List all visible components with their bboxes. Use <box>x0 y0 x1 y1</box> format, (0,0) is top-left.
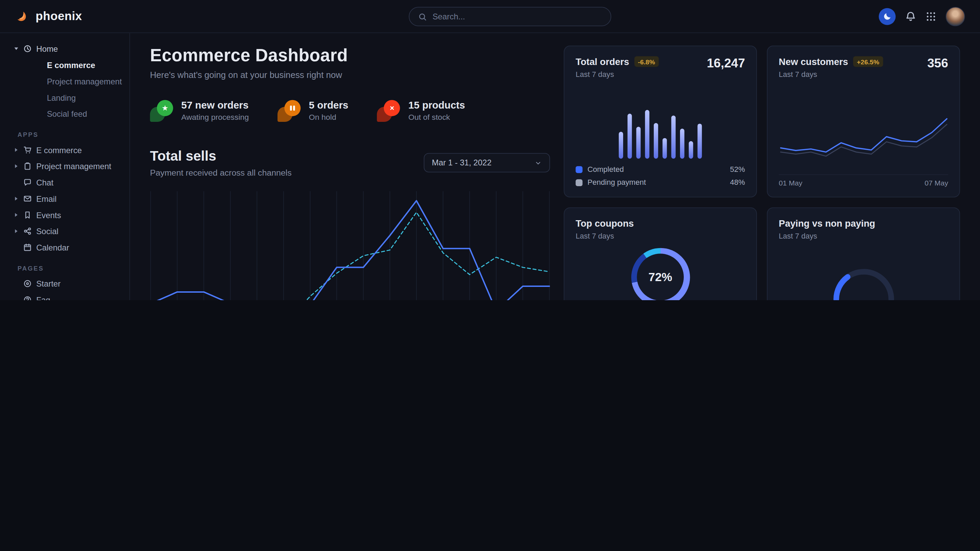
stat-new-orders: ★ 57 new orders Awating processing <box>150 100 249 122</box>
date-range-select[interactable]: Mar 1 - 31, 2022 <box>423 153 550 173</box>
total-sells-subtitle: Payment received across all channels <box>150 168 292 178</box>
brand-name: phoenix <box>36 10 82 23</box>
page-title: Ecommerce Dashboard <box>150 46 550 66</box>
sidebar-item-project-management[interactable]: Project management <box>0 73 129 89</box>
card-value: 16,247 <box>707 56 745 70</box>
legend-swatch <box>576 179 582 186</box>
clipboard-icon <box>23 162 32 170</box>
question-icon <box>23 295 32 300</box>
legend-item: Completed 52% <box>576 165 745 174</box>
sidebar-section-apps: APPS <box>18 131 129 138</box>
card-value: 356 <box>927 56 948 70</box>
chat-icon <box>23 178 32 187</box>
chevron-right-icon <box>13 164 19 168</box>
search-icon <box>418 12 427 21</box>
star-icon: ★ <box>150 100 173 122</box>
moon-icon <box>883 12 892 21</box>
mail-icon <box>23 194 32 203</box>
trend-badge: +26.5% <box>853 56 883 67</box>
bookmark-icon <box>23 211 32 219</box>
chevron-right-icon <box>13 197 19 200</box>
card-title: Top coupons <box>576 218 634 229</box>
sidebar-item-faq[interactable]: Faq <box>0 292 129 300</box>
new-customers-card: New customers +26.5% Last 7 days 356 01 <box>767 46 960 197</box>
paying-card: Paying vs non paying Last 7 days <box>767 207 960 300</box>
page-subtitle: Here's what's going on at your business … <box>150 70 550 80</box>
card-title: Total orders <box>576 56 629 67</box>
coupons-donut-chart: 72% <box>631 248 690 300</box>
stat-label: On hold <box>309 113 348 122</box>
stat-value: 15 products <box>408 100 465 111</box>
stat-value: 57 new orders <box>181 100 249 111</box>
phoenix-logo-icon <box>15 9 30 24</box>
sidebar-item-email[interactable]: Email <box>0 191 129 207</box>
stats-row: ★ 57 new orders Awating processing <box>150 100 550 122</box>
sidebar-item-calendar[interactable]: Calendar <box>0 239 129 256</box>
total-sells-chart: 01 May 15 May 30 May <box>150 190 550 300</box>
stat-value: 5 orders <box>309 100 348 111</box>
card-title: New customers <box>779 56 848 67</box>
share-icon <box>23 227 32 235</box>
card-period: Last 7 days <box>779 232 875 241</box>
sidebar: Home E commerce Project management Landi… <box>0 33 130 300</box>
main-content: Ecommerce Dashboard Here's what's going … <box>130 33 980 300</box>
x-tick: 07 May <box>924 179 948 187</box>
apps-menu-button[interactable] <box>926 11 936 21</box>
x-tick: 01 May <box>779 179 802 187</box>
chevron-right-icon <box>13 229 19 233</box>
paying-gauge-chart <box>779 241 948 300</box>
sidebar-item-home[interactable]: Home <box>0 41 129 57</box>
top-navbar: phoenix <box>0 0 980 33</box>
sidebar-item-project-management-app[interactable]: Project management <box>0 158 129 174</box>
bell-icon <box>905 11 916 22</box>
card-title: Paying vs non paying <box>779 218 875 229</box>
new-customers-chart <box>779 79 948 171</box>
global-search[interactable] <box>409 7 611 26</box>
app-window: phoenix Home E commerc <box>0 0 980 300</box>
sidebar-item-events[interactable]: Events <box>0 207 129 223</box>
top-coupons-card: Top coupons Last 7 days 72% <box>564 207 757 300</box>
trend-badge: -6.8% <box>634 56 659 67</box>
donut-center-value: 72% <box>637 254 684 300</box>
sidebar-item-social[interactable]: Social <box>0 223 129 239</box>
sidebar-section-pages: PAGES <box>18 265 129 272</box>
card-period: Last 7 days <box>576 232 634 241</box>
x-icon: × <box>377 100 400 122</box>
user-avatar[interactable] <box>946 6 965 26</box>
sidebar-item-chat[interactable]: Chat <box>0 174 129 191</box>
legend-item: Pending payment 48% <box>576 178 745 187</box>
notifications-button[interactable] <box>905 11 916 22</box>
sidebar-item-ecommerce[interactable]: E commerce <box>0 57 129 73</box>
cart-icon <box>23 146 32 154</box>
pause-icon <box>277 100 301 122</box>
orders-bar-chart <box>576 79 745 165</box>
stat-label: Awating processing <box>181 113 249 122</box>
stat-label: Out of stock <box>408 113 465 122</box>
sidebar-item-landing[interactable]: Landing <box>0 89 129 105</box>
chevron-down-icon <box>13 47 19 50</box>
kpi-cards: Total orders -6.8% Last 7 days 16,247 <box>564 46 960 300</box>
navbar-actions <box>879 6 965 26</box>
disc-icon <box>23 279 32 288</box>
chevron-down-icon <box>534 159 542 167</box>
brand-logo[interactable]: phoenix <box>15 9 82 24</box>
card-period: Last 7 days <box>576 70 659 79</box>
legend-swatch <box>576 166 582 173</box>
stat-orders-on-hold: 5 orders On hold <box>277 100 348 122</box>
clock-icon <box>23 44 32 53</box>
total-sells-title: Total sells <box>150 148 292 164</box>
chevron-right-icon <box>13 148 19 152</box>
theme-toggle-button[interactable] <box>879 8 896 25</box>
chevron-right-icon <box>13 213 19 217</box>
apps-grid-icon <box>926 11 936 21</box>
global-search-input[interactable] <box>433 12 602 21</box>
calendar-icon <box>23 243 32 252</box>
stat-out-of-stock: × 15 products Out of stock <box>377 100 465 122</box>
card-period: Last 7 days <box>779 70 883 79</box>
sidebar-item-social-feed[interactable]: Social feed <box>0 105 129 122</box>
sidebar-item-ecommerce-app[interactable]: E commerce <box>0 142 129 158</box>
total-orders-card: Total orders -6.8% Last 7 days 16,247 <box>564 46 757 197</box>
sidebar-item-starter[interactable]: Starter <box>0 275 129 292</box>
